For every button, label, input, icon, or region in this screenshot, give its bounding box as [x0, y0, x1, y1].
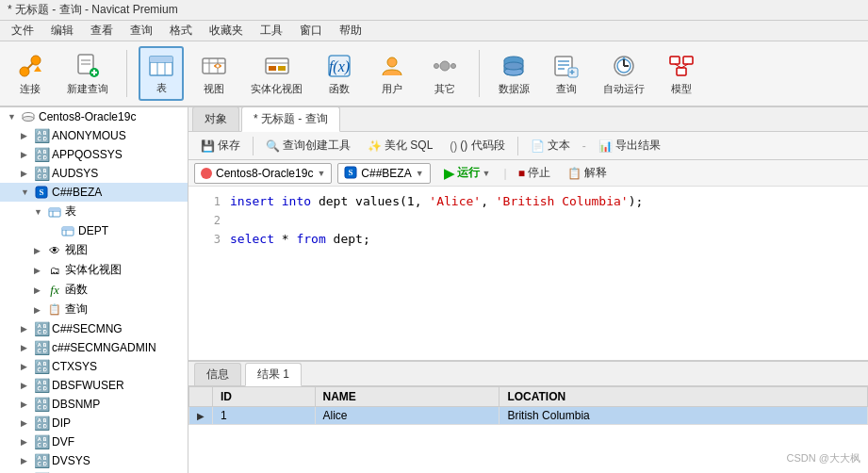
functions-label: 函数	[65, 282, 88, 298]
table-button[interactable]: 表	[139, 46, 184, 101]
menu-file[interactable]: 文件	[4, 21, 41, 41]
sidebar-item-dbsnmp[interactable]: ▶ 🔠 DBSNMP	[0, 395, 188, 414]
dip-label: DIP	[52, 416, 71, 430]
beautify-button[interactable]: ✨ 美化 SQL	[361, 136, 439, 156]
text-icon: 📄	[531, 139, 545, 153]
watermark: CSDN @大大枫	[787, 451, 860, 465]
text-label: 文本	[548, 138, 570, 154]
snippet-button[interactable]: () () 代码段	[443, 136, 511, 156]
run-icon: ▶	[444, 166, 454, 181]
autorun-icon	[609, 51, 639, 80]
tab-result1[interactable]: 结果 1	[245, 363, 302, 386]
connection-name: Centos8-Oracle19c	[216, 167, 313, 180]
tree-arrow: ▶	[21, 418, 34, 428]
new-query-button[interactable]: 新建查询	[60, 46, 115, 101]
c##secmngadmin-label: c##SECMNGADMIN	[52, 341, 156, 354]
cell-location: British Columbia	[500, 407, 868, 425]
table-row[interactable]: 1 Alice British Columbia	[189, 407, 868, 425]
code-editor[interactable]: 1 insert into dept values(1, 'Alice', 'B…	[188, 187, 868, 360]
sidebar-item-queries[interactable]: ▶ 📋 查询	[0, 300, 188, 319]
sidebar-item-tables[interactable]: ▼ 表	[0, 202, 188, 221]
tree-arrow: ▶	[34, 246, 47, 255]
table-header-row: ID NAME LOCATION	[189, 387, 868, 407]
query-button[interactable]: 查询	[544, 46, 589, 101]
sidebar-item-centos8[interactable]: ▼ Centos8-Oracle19c	[0, 107, 188, 126]
code-content-1[interactable]: insert into dept values(1, 'Alice', 'Bri…	[230, 192, 862, 211]
svg-point-27	[440, 61, 450, 71]
schema-icon: 🔠	[34, 340, 49, 355]
function-button[interactable]: f(x) 函数	[317, 46, 362, 101]
code-line-2: 2	[188, 211, 868, 230]
connection-selector[interactable]: Centos8-Oracle19c ▼	[194, 163, 332, 184]
sidebar-item-functions[interactable]: ▶ fx 函数	[0, 280, 188, 300]
save-button[interactable]: 💾 保存	[194, 136, 247, 156]
matviews-icon: 🗂	[47, 263, 62, 278]
tree-arrow: ▶	[21, 131, 34, 140]
connection-arrow-icon: ▼	[317, 169, 325, 178]
menu-edit[interactable]: 编辑	[43, 21, 81, 41]
tab-info[interactable]: 信息	[194, 363, 241, 385]
stop-button[interactable]: ■ 停止	[513, 163, 556, 183]
tab-objects[interactable]: 对象	[192, 106, 239, 131]
sidebar-item-dbsfwuser[interactable]: ▶ 🔠 DBSFWUSER	[0, 376, 188, 395]
menu-tools[interactable]: 工具	[253, 21, 290, 41]
sidebar-item-c##secmng[interactable]: ▶ 🔠 C##SECMNG	[0, 319, 188, 338]
sidebar-item-appqossys[interactable]: ▶ 🔠 APPQOSSYS	[0, 145, 188, 164]
query-builder-button[interactable]: 🔍 查询创建工具	[259, 136, 357, 156]
connect-button[interactable]: 连接	[8, 46, 53, 101]
kw-select: select	[230, 232, 274, 246]
query-label: 查询	[556, 82, 577, 96]
sidebar-item-ctxsys[interactable]: ▶ 🔠 CTXSYS	[0, 357, 188, 376]
tab-query[interactable]: * 无标题 - 查询	[241, 106, 340, 132]
sidebar-item-dvf[interactable]: ▶ 🔠 DVF	[0, 432, 188, 451]
code-content-2[interactable]	[230, 211, 862, 230]
schema-icon: 🔠	[34, 128, 49, 143]
menu-favorites[interactable]: 收藏夹	[202, 21, 251, 41]
results-area: 信息 结果 1 ID NAME LOCATION	[188, 360, 868, 473]
menu-query[interactable]: 查询	[123, 21, 160, 41]
menu-format[interactable]: 格式	[162, 21, 200, 41]
snippet-icon: ()	[450, 139, 457, 153]
sidebar-item-audsys[interactable]: ▶ 🔠 AUDSYS	[0, 164, 188, 183]
sidebar-item-dip[interactable]: ▶ 🔠 DIP	[0, 414, 188, 432]
matview-button[interactable]: 实体化视图	[244, 46, 309, 101]
schema-icon: 🔠	[34, 453, 49, 468]
sidebar-item-matviews[interactable]: ▶ 🗂 实体化视图	[0, 260, 188, 280]
sidebar-item-c##secmngadmin[interactable]: ▶ 🔠 c##SECMNGADMIN	[0, 338, 188, 357]
cell-id: 1	[213, 407, 316, 425]
sidebar-item-views[interactable]: ▶ 👁 视图	[0, 240, 188, 260]
sidebar-item-dept[interactable]: ▶ DEPT	[0, 221, 188, 240]
svg-point-28	[434, 63, 439, 68]
view-button[interactable]: 视图	[191, 46, 237, 101]
tab-bar: 对象 * 无标题 - 查询	[188, 107, 868, 132]
model-button[interactable]: 模型	[659, 46, 704, 101]
matview-label: 实体化视图	[251, 82, 303, 96]
menu-view[interactable]: 查看	[83, 21, 121, 41]
datasource-button[interactable]: 数据源	[491, 46, 536, 101]
kw-insert: insert into	[230, 194, 319, 208]
menu-window[interactable]: 窗口	[292, 21, 330, 41]
database-selector[interactable]: S C##BEZA ▼	[337, 163, 430, 184]
svg-line-2	[27, 63, 33, 69]
beautify-icon: ✨	[368, 139, 382, 153]
function-icon: f(x)	[324, 51, 354, 80]
text-button[interactable]: 📄 文本	[524, 136, 577, 156]
run-button[interactable]: ▶ 运行 ▼	[436, 163, 499, 183]
user-button[interactable]: 用户	[369, 46, 415, 101]
autorun-button[interactable]: 自动运行	[597, 46, 651, 101]
model-label: 模型	[671, 82, 692, 96]
matview-icon	[262, 51, 292, 80]
explain-button[interactable]: 📋 解释	[562, 163, 613, 183]
code-content-3[interactable]: select * from dept;	[230, 230, 862, 249]
sidebar-item-dvsys[interactable]: ▶ 🔠 DVSYS	[0, 451, 188, 470]
export-button[interactable]: 📊 导出结果	[592, 136, 667, 156]
other-button[interactable]: 其它	[422, 46, 467, 101]
sidebar-item-anonymous[interactable]: ▶ 🔠 ANONYMOUS	[0, 126, 188, 145]
view-label: 视图	[204, 82, 224, 96]
audsys-label: AUDSYS	[52, 167, 98, 180]
sidebar-item-c##beza[interactable]: ▼ S C##BEZA	[0, 183, 188, 202]
svg-point-50	[23, 117, 34, 122]
menu-help[interactable]: 帮助	[332, 21, 369, 41]
schema-icon: 🔠	[34, 434, 49, 449]
export-icon: 📊	[598, 139, 613, 153]
